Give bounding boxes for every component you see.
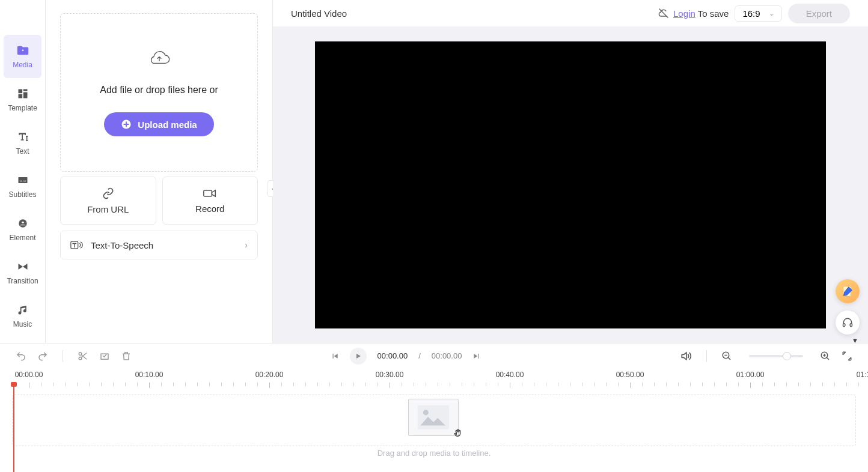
notepad-icon (841, 285, 854, 298)
dropzone-text: Add file or drop files here or (100, 85, 218, 95)
sidebar-item-transition[interactable]: Transition (0, 251, 45, 294)
export-button[interactable]: Export (788, 4, 850, 23)
sidebar-item-element[interactable]: Element (0, 208, 45, 251)
sidebar-item-label: Template (8, 104, 37, 112)
ruler-mark: 00:40.00 (496, 371, 524, 379)
sidebar-item-music[interactable]: Music (0, 294, 45, 337)
svg-rect-7 (20, 181, 22, 181)
svg-rect-16 (850, 324, 852, 327)
plus-circle-icon (121, 119, 132, 130)
text-icon (16, 130, 29, 144)
current-time: 00:00.00 (377, 351, 408, 360)
headphones-icon (842, 316, 854, 328)
timeline-track[interactable] (12, 395, 856, 446)
media-panel: Add file or drop files here or Upload me… (46, 0, 273, 343)
from-url-button[interactable]: From URL (60, 177, 156, 225)
link-icon (102, 187, 114, 199)
element-icon (16, 217, 29, 230)
timeline-toolbar: 00:00.00 / 00:00.00 (0, 343, 868, 368)
camera-icon (203, 188, 216, 199)
next-frame-button[interactable] (472, 352, 481, 360)
redo-button[interactable] (37, 351, 48, 362)
chevron-down-icon: ⌄ (769, 10, 774, 17)
sidebar-item-label: Subtitles (8, 190, 36, 199)
upload-media-button[interactable]: Upload media (104, 112, 213, 136)
svg-point-10 (22, 222, 23, 223)
cloud-upload-icon (147, 49, 171, 68)
svg-rect-3 (23, 89, 27, 91)
timeline-hint: Drag and drop media to timeline. (12, 449, 856, 458)
cloud-off-icon (658, 7, 670, 19)
svg-point-23 (423, 410, 429, 415)
ruler-mark: 00:50.00 (616, 371, 644, 379)
media-dropzone[interactable]: Add file or drop files here or Upload me… (60, 13, 258, 172)
svg-rect-8 (23, 181, 25, 181)
svg-rect-12 (204, 190, 212, 196)
prev-frame-button[interactable] (331, 352, 339, 360)
music-icon (16, 303, 29, 316)
split-button[interactable] (78, 351, 88, 362)
svg-rect-4 (23, 92, 27, 98)
subtitles-icon (16, 174, 29, 187)
grab-cursor-icon (453, 428, 463, 438)
svg-rect-2 (18, 89, 22, 94)
ruler-mark: 00:00.00 (15, 371, 43, 379)
sidebar-item-label: Text (16, 147, 29, 156)
delete-button[interactable] (121, 351, 132, 362)
notes-button[interactable] (836, 279, 860, 303)
image-placeholder-icon (417, 404, 450, 431)
project-title[interactable]: Untitled Video (291, 8, 658, 19)
timeline-ruler[interactable]: 00:00.0000:10.0000:20.0000:30.0000:40.00… (0, 371, 868, 389)
sidebar-item-template[interactable]: Template (0, 78, 45, 121)
svg-rect-15 (843, 324, 845, 327)
svg-rect-6 (18, 177, 27, 183)
undo-button[interactable] (16, 351, 26, 362)
caret-down-icon[interactable]: ▼ (852, 337, 858, 344)
sidebar-item-label: Music (13, 320, 32, 328)
template-icon (16, 87, 29, 100)
ruler-mark: 00:30.00 (376, 371, 404, 379)
sidebar-item-text[interactable]: Text (0, 121, 45, 165)
sidebar-item-subtitles[interactable]: Subtitles (0, 165, 45, 208)
transition-icon (16, 260, 29, 273)
tts-icon (70, 240, 84, 250)
to-save-label: To save (698, 8, 729, 19)
topbar: Untitled Video Login To save 16:9 ⌄ Expo… (273, 0, 868, 26)
timeline-tracks: Drag and drop media to timeline. (0, 389, 868, 472)
zoom-in-button[interactable] (820, 351, 831, 362)
media-drop-placeholder[interactable] (408, 399, 459, 436)
total-time: 00:00.00 (432, 351, 462, 360)
login-link[interactable]: Login (673, 8, 695, 19)
svg-rect-5 (18, 94, 22, 98)
sidebar-item-label: Transition (7, 277, 38, 285)
sidebar-item-label: Element (9, 234, 35, 242)
svg-rect-22 (418, 405, 449, 429)
ruler-mark: 01:10.00 (857, 371, 868, 379)
ruler-mark: 00:20.00 (255, 371, 284, 379)
aspect-ratio-select[interactable]: 16:9 ⌄ (735, 5, 781, 22)
video-canvas[interactable] (315, 41, 826, 328)
sidebar-item-media[interactable]: Media (4, 35, 41, 78)
playhead[interactable] (13, 384, 14, 472)
crop-button[interactable] (99, 351, 110, 362)
volume-button[interactable] (680, 350, 692, 362)
support-button[interactable] (836, 310, 860, 334)
time-separator: / (418, 351, 421, 360)
svg-rect-1 (22, 49, 23, 51)
sidebar-nav: Media Template Text Subtitles (0, 0, 46, 343)
fit-timeline-button[interactable] (842, 351, 852, 362)
zoom-out-button[interactable] (721, 351, 732, 362)
text-to-speech-button[interactable]: Text-To-Speech › (60, 231, 258, 259)
preview-area: ▼ (273, 26, 868, 343)
ruler-mark: 00:10.00 (135, 371, 164, 379)
play-icon (355, 352, 362, 360)
sidebar-item-label: Media (13, 61, 32, 69)
record-button[interactable]: Record (162, 177, 258, 225)
play-button[interactable] (350, 348, 367, 365)
zoom-slider[interactable] (749, 355, 803, 357)
chevron-right-icon: › (245, 240, 248, 250)
folder-plus-icon (16, 44, 29, 57)
ruler-mark: 01:00.00 (736, 371, 765, 379)
